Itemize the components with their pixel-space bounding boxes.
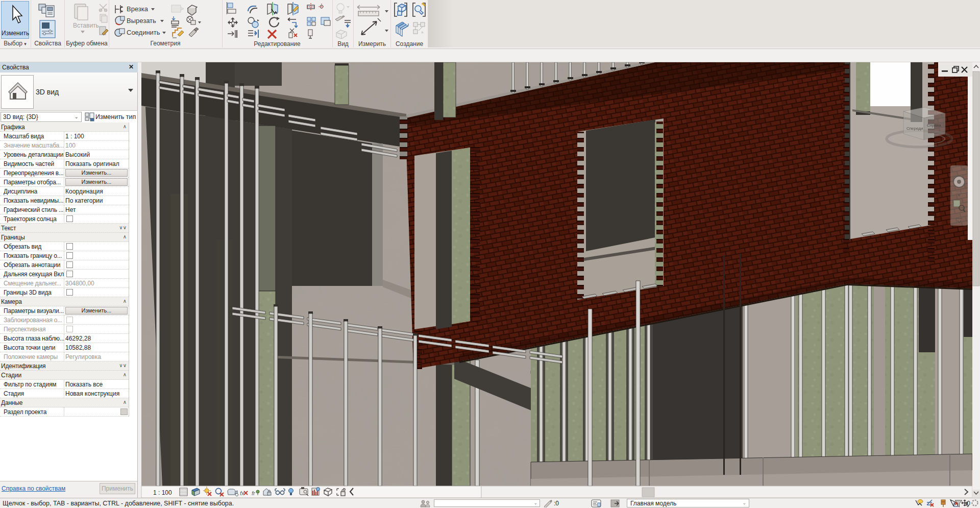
svg-text:fx: fx — [240, 490, 244, 496]
svg-text:Справа: Справа — [927, 123, 941, 128]
svg-text:Спереди: Спереди — [906, 126, 923, 131]
svg-text:1 : 100: 1 : 100 — [153, 489, 172, 496]
